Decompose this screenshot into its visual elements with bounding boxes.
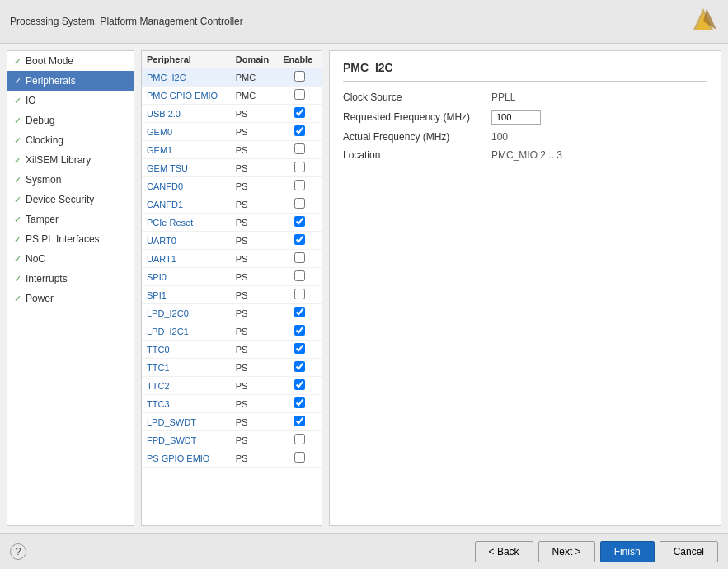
peripheral-name[interactable]: FPD_SWDT — [142, 431, 231, 449]
enable-checkbox[interactable] — [294, 307, 305, 317]
next-button[interactable]: Next > — [538, 541, 595, 562]
peripheral-name[interactable]: PS GPIO EMIO — [142, 449, 231, 468]
enable-checkbox[interactable] — [294, 71, 305, 82]
sidebar-item-xilsem[interactable]: ✓XilSEM Library — [7, 150, 134, 170]
table-row: TTC1PS — [142, 359, 322, 377]
sidebar-item-tamper[interactable]: ✓Tamper — [7, 209, 134, 229]
sidebar-item-label-io: IO — [26, 95, 36, 106]
cancel-button[interactable]: Cancel — [660, 541, 718, 562]
peripheral-domain: PS — [231, 141, 278, 159]
col-header-domain: Domain — [231, 51, 278, 68]
sidebar-item-sysmon[interactable]: ✓Sysmon — [7, 170, 134, 190]
peripheral-name[interactable]: TTC3 — [142, 395, 231, 413]
sidebar-item-clocking[interactable]: ✓Clocking — [7, 130, 134, 150]
sidebar-item-debug[interactable]: ✓Debug — [7, 111, 134, 130]
peripheral-domain: PMC — [231, 68, 278, 87]
back-button[interactable]: < Back — [475, 541, 533, 562]
sidebar-item-label-interrupts: Interrupts — [26, 273, 68, 284]
peripheral-name[interactable]: GEM TSU — [142, 159, 231, 177]
detail-panel: PMC_I2C Clock SourcePPLLRequested Freque… — [329, 50, 721, 526]
peripheral-domain: PS — [231, 250, 278, 268]
table-row: UART0PS — [142, 232, 322, 250]
peripheral-name[interactable]: GEM1 — [142, 141, 231, 159]
sidebar-item-ps-pl-interfaces[interactable]: ✓PS PL Interfaces — [7, 229, 134, 249]
enable-checkbox[interactable] — [294, 379, 305, 390]
sidebar-item-io[interactable]: ✓IO — [7, 91, 134, 111]
enable-checkbox[interactable] — [294, 416, 305, 426]
content-area: ✓Boot Mode✓Peripherals✓IO✓Debug✓Clocking… — [0, 44, 728, 533]
enable-checkbox[interactable] — [294, 198, 305, 209]
table-row: LPD_SWDTPS — [142, 413, 322, 431]
enable-checkbox[interactable] — [294, 452, 305, 463]
peripheral-name[interactable]: PCIe Reset — [142, 214, 231, 232]
sidebar-item-interrupts[interactable]: ✓Interrupts — [7, 269, 134, 289]
enable-checkbox[interactable] — [294, 289, 305, 299]
sidebar-item-device-security[interactable]: ✓Device Security — [7, 190, 134, 209]
enable-checkbox[interactable] — [294, 125, 305, 136]
col-header-enable: Enable — [278, 51, 322, 68]
sidebar-item-boot-mode[interactable]: ✓Boot Mode — [7, 51, 134, 71]
sidebar-item-label-ps-pl-interfaces: PS PL Interfaces — [26, 233, 100, 245]
table-row: SPI1PS — [142, 286, 322, 304]
peripheral-domain: PS — [231, 395, 278, 413]
table-row: TTC0PS — [142, 341, 322, 359]
table-row: LPD_I2C0PS — [142, 304, 322, 322]
peripheral-name[interactable]: SPI0 — [142, 268, 231, 286]
enable-checkbox[interactable] — [294, 325, 305, 336]
help-button[interactable]: ? — [10, 543, 26, 560]
peripheral-name[interactable]: LPD_I2C1 — [142, 322, 231, 341]
peripheral-name[interactable]: TTC2 — [142, 377, 231, 395]
enable-checkbox[interactable] — [294, 89, 305, 100]
peripheral-name[interactable]: CANFD0 — [142, 177, 231, 195]
peripheral-enable — [278, 341, 322, 359]
peripheral-name[interactable]: PMC_I2C — [142, 68, 231, 87]
peripheral-name[interactable]: TTC0 — [142, 341, 231, 359]
peripheral-enable — [278, 268, 322, 286]
check-icon-debug: ✓ — [14, 115, 21, 126]
enable-checkbox[interactable] — [294, 234, 305, 245]
sidebar-item-power[interactable]: ✓Power — [7, 289, 134, 308]
table-row: TTC2PS — [142, 377, 322, 395]
detail-field-input[interactable] — [491, 110, 541, 125]
enable-checkbox[interactable] — [294, 180, 305, 190]
peripheral-domain: PS — [231, 377, 278, 395]
table-row: GEM0PS — [142, 123, 322, 141]
peripheral-table: Peripheral Domain Enable PMC_I2CPMCPMC G… — [142, 51, 322, 468]
enable-checkbox[interactable] — [294, 270, 305, 281]
check-icon-power: ✓ — [14, 294, 21, 304]
enable-checkbox[interactable] — [294, 107, 305, 118]
peripheral-name[interactable]: SPI1 — [142, 286, 231, 304]
peripheral-domain: PS — [231, 322, 278, 341]
enable-checkbox[interactable] — [294, 143, 305, 154]
peripheral-table-container: Peripheral Domain Enable PMC_I2CPMCPMC G… — [141, 50, 322, 526]
enable-checkbox[interactable] — [294, 252, 305, 263]
sidebar-item-noc[interactable]: ✓NoC — [7, 249, 134, 269]
enable-checkbox[interactable] — [294, 434, 305, 444]
peripheral-name[interactable]: CANFD1 — [142, 195, 231, 214]
check-icon-clocking: ✓ — [14, 135, 21, 146]
enable-checkbox[interactable] — [294, 361, 305, 372]
peripheral-domain: PS — [231, 177, 278, 195]
detail-title: PMC_I2C — [343, 61, 707, 82]
peripheral-name[interactable]: GEM0 — [142, 123, 231, 141]
footer: ? < BackNext >FinishCancel — [0, 533, 728, 569]
peripheral-name[interactable]: LPD_SWDT — [142, 413, 231, 431]
enable-checkbox[interactable] — [294, 343, 305, 354]
peripheral-domain: PS — [231, 431, 278, 449]
enable-checkbox[interactable] — [294, 162, 305, 172]
sidebar-item-peripherals[interactable]: ✓Peripherals — [7, 71, 134, 91]
check-icon-interrupts: ✓ — [14, 274, 21, 284]
peripheral-enable — [278, 250, 322, 268]
peripheral-name[interactable]: UART1 — [142, 250, 231, 268]
sidebar-item-label-boot-mode: Boot Mode — [26, 55, 73, 67]
peripheral-enable — [278, 377, 322, 395]
peripheral-name[interactable]: USB 2.0 — [142, 105, 231, 123]
finish-button[interactable]: Finish — [600, 541, 655, 562]
peripheral-name[interactable]: PMC GPIO EMIO — [142, 87, 231, 105]
peripheral-enable — [278, 141, 322, 159]
enable-checkbox[interactable] — [294, 397, 305, 408]
peripheral-name[interactable]: LPD_I2C0 — [142, 304, 231, 322]
peripheral-name[interactable]: UART0 — [142, 232, 231, 250]
peripheral-name[interactable]: TTC1 — [142, 359, 231, 377]
enable-checkbox[interactable] — [294, 216, 305, 227]
